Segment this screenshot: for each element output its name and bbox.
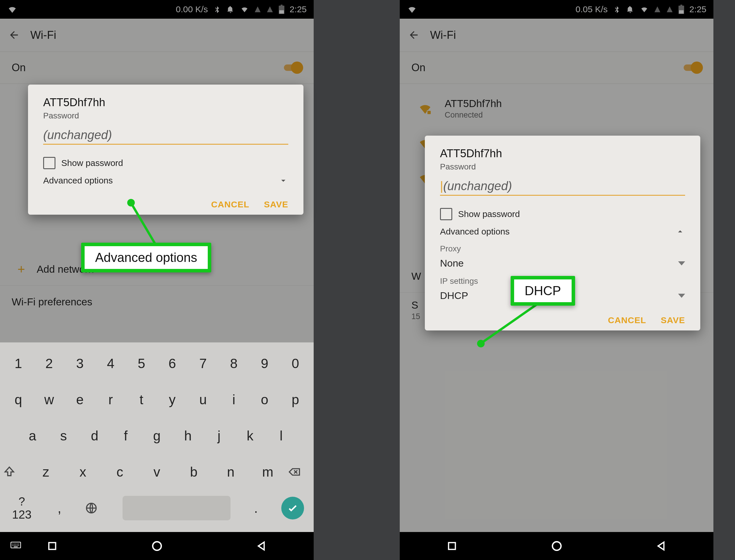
wifi-network-row[interactable]: ATT5Dhf7hh Connected <box>400 91 713 126</box>
callout-dhcp: DHCP <box>511 276 575 306</box>
proxy-section-label: Proxy <box>440 244 685 253</box>
svg-point-8 <box>15 544 16 545</box>
sim1-icon <box>254 5 261 13</box>
backspace-key[interactable] <box>286 465 311 478</box>
screenshot-canvas: 0.00 K/s 2:25 <box>0 0 735 560</box>
letter-key-j[interactable]: j <box>207 428 231 444</box>
recent-apps-button[interactable] <box>46 540 58 552</box>
proxy-dropdown[interactable]: None <box>440 258 685 269</box>
show-password-checkbox[interactable] <box>43 157 55 169</box>
save-button[interactable]: SAVE <box>264 199 288 209</box>
letter-key-l[interactable]: l <box>269 428 293 444</box>
letter-key-w[interactable]: w <box>37 392 61 407</box>
svg-rect-24 <box>449 543 455 549</box>
dropdown-icon <box>678 294 685 298</box>
letter-key-c[interactable]: c <box>108 464 132 480</box>
letter-key-n[interactable]: n <box>218 464 243 480</box>
android-nav-bar <box>400 532 713 560</box>
home-button[interactable] <box>150 540 163 552</box>
wifi-toggle-switch[interactable] <box>684 62 702 74</box>
back-icon[interactable] <box>8 29 20 41</box>
letter-key-a[interactable]: a <box>20 428 45 444</box>
period-key[interactable]: . <box>244 500 268 516</box>
num-key-7[interactable]: 7 <box>191 356 215 371</box>
wifi-toggle-label: On <box>12 62 26 74</box>
letter-key-e[interactable]: e <box>68 392 92 407</box>
symbols-key[interactable]: ?123 <box>10 495 34 521</box>
letter-key-q[interactable]: q <box>6 392 31 407</box>
bluetooth-icon <box>213 5 221 14</box>
advanced-options-row[interactable]: Advanced options <box>43 176 288 185</box>
letter-key-x[interactable]: x <box>71 464 95 480</box>
callout-anchor-dot <box>127 199 135 207</box>
letter-key-b[interactable]: b <box>181 464 206 480</box>
dialog-ssid: ATT5Dhf7hh <box>43 96 288 109</box>
back-button[interactable] <box>256 540 267 552</box>
letter-key-o[interactable]: o <box>252 392 277 407</box>
bluetooth-icon <box>613 5 621 14</box>
language-key[interactable] <box>85 502 109 515</box>
soft-keyboard[interactable]: 1234567890 qwertyuiop asdfghjkl zxcvbnm … <box>0 342 314 532</box>
home-button[interactable] <box>550 540 563 552</box>
letter-key-f[interactable]: f <box>113 428 138 444</box>
num-key-5[interactable]: 5 <box>129 356 154 371</box>
num-key-9[interactable]: 9 <box>252 356 277 371</box>
num-key-2[interactable]: 2 <box>37 356 61 371</box>
spacebar-key[interactable] <box>122 496 230 520</box>
cancel-button[interactable]: CANCEL <box>211 199 249 209</box>
clock-label: 2:25 <box>690 4 706 14</box>
signal-wifi-icon <box>240 5 249 14</box>
network-name: ATT5Dhf7hh <box>445 98 502 109</box>
letter-key-p[interactable]: p <box>283 392 307 407</box>
letter-key-t[interactable]: t <box>129 392 154 407</box>
shift-key[interactable] <box>3 465 27 478</box>
advanced-options-label: Advanced options <box>440 227 510 237</box>
password-label: Password <box>43 111 288 120</box>
letter-key-i[interactable]: i <box>221 392 246 407</box>
wifi-preferences-label: Wi-Fi preferences <box>12 296 92 308</box>
comma-key[interactable]: , <box>47 500 72 516</box>
letter-key-k[interactable]: k <box>238 428 262 444</box>
wifi-toggle-row[interactable]: On <box>0 51 314 84</box>
num-key-6[interactable]: 6 <box>160 356 184 371</box>
letter-key-v[interactable]: v <box>144 464 169 480</box>
add-icon: + <box>17 262 25 277</box>
enter-key[interactable] <box>281 497 304 519</box>
save-button[interactable]: SAVE <box>661 315 685 325</box>
letter-key-d[interactable]: d <box>82 428 107 444</box>
proxy-value: None <box>440 258 464 269</box>
letter-key-y[interactable]: y <box>160 392 184 407</box>
letter-key-r[interactable]: r <box>98 392 123 407</box>
letter-key-h[interactable]: h <box>176 428 200 444</box>
svg-point-9 <box>17 544 18 545</box>
letter-key-u[interactable]: u <box>191 392 215 407</box>
password-field[interactable]: (unchanged) <box>43 128 288 145</box>
num-key-4[interactable]: 4 <box>98 356 123 371</box>
callout-advanced-options: Advanced options <box>81 243 211 272</box>
wifi-preferences-row[interactable]: Wi-Fi preferences <box>0 285 314 318</box>
letter-key-g[interactable]: g <box>144 428 169 444</box>
back-icon[interactable] <box>408 29 420 41</box>
letter-key-z[interactable]: z <box>34 464 58 480</box>
password-field[interactable]: |(unchanged) <box>440 179 685 196</box>
wifi-toggle-row[interactable]: On <box>400 51 713 84</box>
svg-rect-1 <box>280 5 282 6</box>
letter-key-m[interactable]: m <box>255 464 280 480</box>
wifi-toggle-switch[interactable] <box>284 62 302 74</box>
num-key-3[interactable]: 3 <box>68 356 92 371</box>
row-initial: W <box>412 270 421 282</box>
keyboard-hide-icon[interactable] <box>9 540 23 552</box>
advanced-options-row[interactable]: Advanced options <box>440 227 685 237</box>
num-key-0[interactable]: 0 <box>283 356 307 371</box>
num-key-1[interactable]: 1 <box>6 356 31 371</box>
show-password-checkbox[interactable] <box>440 208 452 220</box>
back-button[interactable] <box>656 540 667 552</box>
num-key-8[interactable]: 8 <box>221 356 246 371</box>
recent-apps-button[interactable] <box>446 540 458 552</box>
cancel-button[interactable]: CANCEL <box>608 315 646 325</box>
letter-key-s[interactable]: s <box>51 428 76 444</box>
clock-label: 2:25 <box>290 4 307 14</box>
show-password-row[interactable]: Show password <box>43 157 288 169</box>
show-password-row[interactable]: Show password <box>440 208 685 220</box>
wifi-secure-icon <box>417 101 433 116</box>
